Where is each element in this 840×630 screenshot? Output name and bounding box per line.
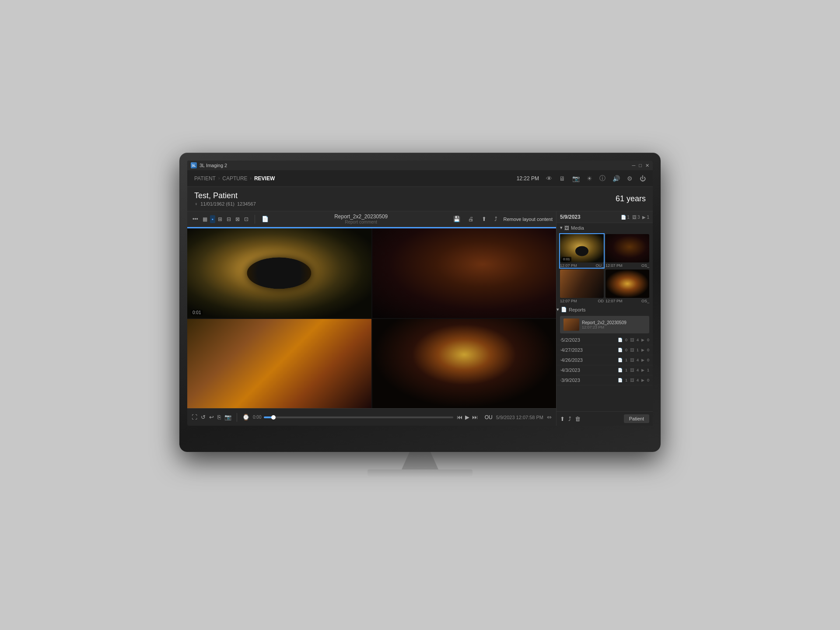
- patient-button[interactable]: Patient: [624, 414, 649, 423]
- settings-icon[interactable]: ⚙: [627, 175, 633, 182]
- session-date-3: 4/27/2023: [561, 347, 583, 353]
- patient-name: Test, Patient: [194, 191, 256, 200]
- navbar: PATIENT › CAPTURE › REVIEW 12:22 PM 👁 🖥 …: [187, 170, 653, 187]
- share-icon[interactable]: ⤴: [492, 214, 500, 224]
- export-icon[interactable]: ⬆: [480, 214, 489, 224]
- report-comment[interactable]: Report comment: [345, 220, 377, 224]
- titlebar: 3L 3L Imaging 2 ─ □ ✕: [187, 161, 653, 170]
- app-icon: 3L: [191, 162, 197, 168]
- upload-icon[interactable]: ⬆: [560, 416, 565, 422]
- capture-icon[interactable]: 📷: [224, 414, 231, 420]
- image-cell-4[interactable]: [372, 319, 556, 409]
- minimize-button[interactable]: ─: [632, 163, 636, 168]
- session-row-4[interactable]: › 4/26/2023 📄1 🖼4 ▶0: [556, 355, 653, 365]
- monitor-stand-base: [368, 469, 472, 477]
- nav-time: 12:22 PM: [517, 175, 539, 182]
- share-bottom-icon[interactable]: ⤴: [568, 416, 571, 422]
- copy-icon[interactable]: ⎘: [217, 414, 221, 420]
- image-grid: 0:01: [187, 228, 556, 408]
- session-row-5[interactable]: › 4/3/2023 📄1 🖼4 ▶1: [556, 365, 653, 375]
- nav-chevron-1: ›: [218, 176, 220, 181]
- image-canvas-2: [372, 228, 556, 318]
- video-count: 1: [647, 215, 649, 220]
- titlebar-controls[interactable]: ─ □ ✕: [632, 163, 649, 168]
- refresh-icon[interactable]: ↺: [201, 414, 206, 420]
- image-canvas-4: [372, 319, 556, 409]
- document-icon[interactable]: 📄: [259, 214, 271, 224]
- report-item[interactable]: Report_2x2_20230509 12:07:23 PM: [560, 316, 649, 333]
- info-icon[interactable]: ⓘ: [599, 175, 606, 182]
- restore-button[interactable]: □: [639, 163, 642, 168]
- nav-review[interactable]: REVIEW: [254, 175, 275, 182]
- session-row-2[interactable]: › 5/2/2023 📄0 🖼4 ▶0: [556, 335, 653, 345]
- layout-2col-btn[interactable]: ▦: [201, 215, 209, 223]
- thumb-slit2-bg: [606, 270, 649, 298]
- session-row-3[interactable]: › 4/27/2023 📄0 🖼1 ▶0: [556, 345, 653, 355]
- thumbnail-1[interactable]: 0:01 12:07 PM OU_: [560, 234, 604, 268]
- next-frame-icon[interactable]: ⏭: [472, 414, 478, 420]
- session-date-4: 4/26/2023: [561, 357, 583, 363]
- layout-grid5-btn[interactable]: ⊠: [234, 215, 242, 223]
- nav-right: 12:22 PM 👁 🖥 📷 ☀ ⓘ 🔊 ⚙ ⏻: [517, 175, 646, 182]
- session-counts-1: 📄 1 🖼 3 ▶ 1: [621, 215, 649, 220]
- playback-extra-icon[interactable]: ⌚: [242, 414, 249, 420]
- volume-icon[interactable]: 🔊: [612, 175, 620, 182]
- time-start: 0:00: [253, 415, 261, 420]
- sidebar-bottom: ⬆ ⤴ 🗑 Patient: [556, 411, 653, 426]
- session-row-6[interactable]: › 3/9/2023 📄1 🖼4 ▶0: [556, 375, 653, 385]
- nav-patient[interactable]: PATIENT: [194, 175, 216, 182]
- camera-icon[interactable]: 📷: [572, 175, 580, 182]
- media-section-label[interactable]: ▾ 🖼 Media: [556, 223, 653, 232]
- brightness-icon[interactable]: ☀: [587, 175, 592, 182]
- layout-grid3-btn[interactable]: ⊞: [216, 215, 224, 223]
- playback-separator: [237, 413, 237, 422]
- media-chevron-icon: ▾: [560, 225, 563, 231]
- image-cell-1[interactable]: 0:01: [187, 228, 371, 318]
- viewer-timestamp: 5/9/2023 12:07:58 PM: [496, 415, 543, 420]
- eye-icon[interactable]: 👁: [546, 175, 552, 182]
- image-cell-2[interactable]: [372, 228, 556, 318]
- patient-dob: 11/01/1962 (61): [200, 201, 234, 206]
- viewer-panel: ••• ▦ ▪ ⊞ ⊟ ⊠ ⊡ 📄 Report_2x2_20230509: [187, 211, 556, 426]
- breadcrumb: PATIENT › CAPTURE › REVIEW: [194, 175, 275, 182]
- layout-grid6-btn[interactable]: ⊡: [242, 215, 250, 223]
- session-header-1[interactable]: 5/9/2023 📄 1 🖼 3 ▶: [556, 211, 653, 223]
- session-date-1: 5/9/2023: [560, 214, 581, 220]
- layout-grid4-btn[interactable]: ⊟: [225, 215, 233, 223]
- thumb-time-4: 12:07 PM: [606, 299, 623, 303]
- panel-expand-icon[interactable]: ⇔: [547, 414, 552, 420]
- close-button[interactable]: ✕: [645, 163, 649, 168]
- prev-frame-icon[interactable]: ⏮: [457, 414, 462, 420]
- thumb-eye-1: OU_: [595, 263, 604, 268]
- remove-layout-button[interactable]: Remove layout content: [503, 217, 553, 222]
- eye-cornea-image: [187, 319, 371, 409]
- progress-track[interactable]: [264, 416, 453, 418]
- trash-icon[interactable]: 🗑: [575, 416, 581, 422]
- thumbnail-2[interactable]: 12:07 PM OS_: [606, 234, 649, 268]
- image-cell-3[interactable]: [187, 319, 371, 409]
- thumb-eye-2: OS_: [641, 263, 649, 268]
- thumbnail-3[interactable]: 12:07 PM OD: [560, 270, 604, 303]
- patient-details: ♀ 11/01/1962 (61) 1234567: [194, 201, 256, 206]
- layout-single-btn[interactable]: ▪: [210, 215, 215, 223]
- session-date-2: 5/2/2023: [561, 337, 580, 343]
- media-folder-icon: 🖼: [564, 225, 569, 231]
- power-icon[interactable]: ⏻: [640, 175, 646, 182]
- toolbar-separator-1: [255, 215, 255, 224]
- save-icon[interactable]: 💾: [451, 214, 462, 224]
- print-icon[interactable]: 🖨: [466, 214, 476, 224]
- layout-more-btn[interactable]: •••: [191, 215, 200, 223]
- play-icon[interactable]: ▶: [465, 414, 469, 420]
- monitor-icon[interactable]: 🖥: [559, 175, 565, 182]
- thumb-eye-4: OS_: [641, 299, 649, 303]
- ou-label: OU: [485, 414, 493, 420]
- report-title: Report_2x2_20230509: [334, 214, 388, 220]
- reports-section-label[interactable]: ▾ 📄 Reports: [556, 305, 653, 314]
- undo-icon[interactable]: ↩: [209, 414, 214, 420]
- thumbnail-4[interactable]: 12:07 PM OS_: [606, 270, 649, 303]
- sidebar: 5/9/2023 📄 1 🖼 3 ▶: [556, 211, 653, 426]
- nav-capture[interactable]: CAPTURE: [222, 175, 247, 182]
- fullscreen-icon[interactable]: ⛶: [192, 414, 197, 420]
- titlebar-title: 3L Imaging 2: [200, 163, 227, 168]
- thumb-time-2: 12:07 PM: [606, 263, 623, 268]
